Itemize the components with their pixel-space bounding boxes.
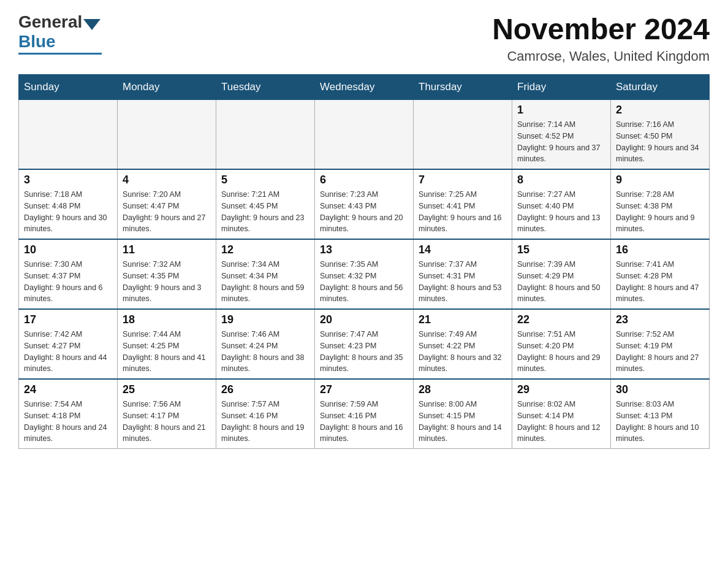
day-info: Sunrise: 7:47 AMSunset: 4:23 PMDaylight:… xyxy=(320,329,408,375)
calendar-cell: 28Sunrise: 8:00 AMSunset: 4:15 PMDayligh… xyxy=(414,379,512,449)
calendar-cell: 12Sunrise: 7:34 AMSunset: 4:34 PMDayligh… xyxy=(216,239,315,309)
week-row-1: 1Sunrise: 7:14 AMSunset: 4:52 PMDaylight… xyxy=(19,100,710,170)
day-info: Sunrise: 7:44 AMSunset: 4:25 PMDaylight:… xyxy=(123,329,211,375)
calendar-cell xyxy=(216,100,315,170)
calendar-cell: 6Sunrise: 7:23 AMSunset: 4:43 PMDaylight… xyxy=(315,169,414,239)
day-info: Sunrise: 7:35 AMSunset: 4:32 PMDaylight:… xyxy=(320,259,408,305)
logo-text: General xyxy=(18,12,102,32)
day-number: 18 xyxy=(123,313,211,326)
calendar-cell: 2Sunrise: 7:16 AMSunset: 4:50 PMDaylight… xyxy=(611,100,710,170)
day-info: Sunrise: 7:20 AMSunset: 4:47 PMDaylight:… xyxy=(123,189,211,235)
page-header: General Blue November 2024 Camrose, Wale… xyxy=(18,12,710,64)
day-number: 4 xyxy=(123,174,211,186)
day-info: Sunrise: 7:37 AMSunset: 4:31 PMDaylight:… xyxy=(419,259,507,305)
day-info: Sunrise: 7:56 AMSunset: 4:17 PMDaylight:… xyxy=(123,399,211,445)
day-number: 14 xyxy=(419,243,507,256)
day-info: Sunrise: 7:51 AMSunset: 4:20 PMDaylight:… xyxy=(517,329,605,375)
calendar-cell: 5Sunrise: 7:21 AMSunset: 4:45 PMDaylight… xyxy=(216,169,315,239)
weekday-header-wednesday: Wednesday xyxy=(315,75,414,100)
weekday-header-friday: Friday xyxy=(512,75,611,100)
day-number: 13 xyxy=(320,243,408,256)
day-number: 22 xyxy=(517,313,605,326)
day-number: 6 xyxy=(320,174,408,186)
calendar-cell: 24Sunrise: 7:54 AMSunset: 4:18 PMDayligh… xyxy=(19,379,118,449)
weekday-header-tuesday: Tuesday xyxy=(216,75,315,100)
calendar-cell: 4Sunrise: 7:20 AMSunset: 4:47 PMDaylight… xyxy=(118,169,216,239)
day-info: Sunrise: 7:52 AMSunset: 4:19 PMDaylight:… xyxy=(616,329,704,375)
calendar-cell: 7Sunrise: 7:25 AMSunset: 4:41 PMDaylight… xyxy=(414,169,512,239)
day-number: 8 xyxy=(517,174,605,186)
logo: General Blue xyxy=(18,12,102,55)
logo-general: General xyxy=(18,12,82,32)
day-number: 10 xyxy=(24,243,112,256)
weekday-header-thursday: Thursday xyxy=(414,75,512,100)
day-info: Sunrise: 7:46 AMSunset: 4:24 PMDaylight:… xyxy=(221,329,309,375)
calendar-cell: 8Sunrise: 7:27 AMSunset: 4:40 PMDaylight… xyxy=(512,169,611,239)
calendar-cell: 29Sunrise: 8:02 AMSunset: 4:14 PMDayligh… xyxy=(512,379,611,449)
day-info: Sunrise: 7:59 AMSunset: 4:16 PMDaylight:… xyxy=(320,399,408,445)
day-info: Sunrise: 7:32 AMSunset: 4:35 PMDaylight:… xyxy=(123,259,211,305)
calendar-cell: 17Sunrise: 7:42 AMSunset: 4:27 PMDayligh… xyxy=(19,309,118,379)
day-info: Sunrise: 7:57 AMSunset: 4:16 PMDaylight:… xyxy=(221,399,309,445)
day-number: 23 xyxy=(616,313,704,326)
day-info: Sunrise: 7:27 AMSunset: 4:40 PMDaylight:… xyxy=(517,189,605,235)
logo-triangle-icon xyxy=(83,19,100,30)
weekday-header-sunday: Sunday xyxy=(19,75,118,100)
day-info: Sunrise: 7:30 AMSunset: 4:37 PMDaylight:… xyxy=(24,259,112,305)
calendar-cell: 9Sunrise: 7:28 AMSunset: 4:38 PMDaylight… xyxy=(611,169,710,239)
day-number: 15 xyxy=(517,243,605,256)
calendar-cell: 14Sunrise: 7:37 AMSunset: 4:31 PMDayligh… xyxy=(414,239,512,309)
calendar-cell: 23Sunrise: 7:52 AMSunset: 4:19 PMDayligh… xyxy=(611,309,710,379)
day-info: Sunrise: 8:00 AMSunset: 4:15 PMDaylight:… xyxy=(419,399,507,445)
calendar-cell: 25Sunrise: 7:56 AMSunset: 4:17 PMDayligh… xyxy=(118,379,216,449)
day-number: 9 xyxy=(616,174,704,186)
calendar-cell: 30Sunrise: 8:03 AMSunset: 4:13 PMDayligh… xyxy=(611,379,710,449)
day-number: 26 xyxy=(221,383,309,396)
day-info: Sunrise: 7:18 AMSunset: 4:48 PMDaylight:… xyxy=(24,189,112,235)
day-info: Sunrise: 7:41 AMSunset: 4:28 PMDaylight:… xyxy=(616,259,704,305)
calendar-cell: 22Sunrise: 7:51 AMSunset: 4:20 PMDayligh… xyxy=(512,309,611,379)
calendar-cell xyxy=(118,100,216,170)
calendar-cell xyxy=(19,100,118,170)
day-info: Sunrise: 7:14 AMSunset: 4:52 PMDaylight:… xyxy=(517,119,605,165)
day-info: Sunrise: 7:42 AMSunset: 4:27 PMDaylight:… xyxy=(24,329,112,375)
day-info: Sunrise: 7:54 AMSunset: 4:18 PMDaylight:… xyxy=(24,399,112,445)
logo-blue: Blue xyxy=(18,32,56,52)
day-number: 5 xyxy=(221,174,309,186)
weekday-header-saturday: Saturday xyxy=(611,75,710,100)
day-number: 25 xyxy=(123,383,211,396)
calendar-table: SundayMondayTuesdayWednesdayThursdayFrid… xyxy=(18,74,710,449)
calendar-cell: 11Sunrise: 7:32 AMSunset: 4:35 PMDayligh… xyxy=(118,239,216,309)
day-number: 7 xyxy=(419,174,507,186)
day-info: Sunrise: 7:23 AMSunset: 4:43 PMDaylight:… xyxy=(320,189,408,235)
day-number: 16 xyxy=(616,243,704,256)
calendar-cell xyxy=(315,100,414,170)
calendar-cell: 16Sunrise: 7:41 AMSunset: 4:28 PMDayligh… xyxy=(611,239,710,309)
day-number: 2 xyxy=(616,104,704,117)
week-row-2: 3Sunrise: 7:18 AMSunset: 4:48 PMDaylight… xyxy=(19,169,710,239)
logo-underline xyxy=(18,53,102,55)
day-number: 28 xyxy=(419,383,507,396)
calendar-cell xyxy=(414,100,512,170)
calendar-cell: 15Sunrise: 7:39 AMSunset: 4:29 PMDayligh… xyxy=(512,239,611,309)
day-number: 3 xyxy=(24,174,112,186)
day-number: 11 xyxy=(123,243,211,256)
calendar-cell: 18Sunrise: 7:44 AMSunset: 4:25 PMDayligh… xyxy=(118,309,216,379)
day-number: 24 xyxy=(24,383,112,396)
weekday-header-monday: Monday xyxy=(118,75,216,100)
day-info: Sunrise: 7:28 AMSunset: 4:38 PMDaylight:… xyxy=(616,189,704,235)
day-number: 20 xyxy=(320,313,408,326)
day-info: Sunrise: 8:03 AMSunset: 4:13 PMDaylight:… xyxy=(616,399,704,445)
calendar-cell: 10Sunrise: 7:30 AMSunset: 4:37 PMDayligh… xyxy=(19,239,118,309)
calendar-cell: 3Sunrise: 7:18 AMSunset: 4:48 PMDaylight… xyxy=(19,169,118,239)
day-number: 17 xyxy=(24,313,112,326)
calendar-cell: 13Sunrise: 7:35 AMSunset: 4:32 PMDayligh… xyxy=(315,239,414,309)
day-info: Sunrise: 7:21 AMSunset: 4:45 PMDaylight:… xyxy=(221,189,309,235)
calendar-cell: 1Sunrise: 7:14 AMSunset: 4:52 PMDaylight… xyxy=(512,100,611,170)
calendar-cell: 21Sunrise: 7:49 AMSunset: 4:22 PMDayligh… xyxy=(414,309,512,379)
day-number: 12 xyxy=(221,243,309,256)
calendar-cell: 26Sunrise: 7:57 AMSunset: 4:16 PMDayligh… xyxy=(216,379,315,449)
page-subtitle: Camrose, Wales, United Kingdom xyxy=(492,48,710,64)
week-row-5: 24Sunrise: 7:54 AMSunset: 4:18 PMDayligh… xyxy=(19,379,710,449)
day-info: Sunrise: 7:25 AMSunset: 4:41 PMDaylight:… xyxy=(419,189,507,235)
